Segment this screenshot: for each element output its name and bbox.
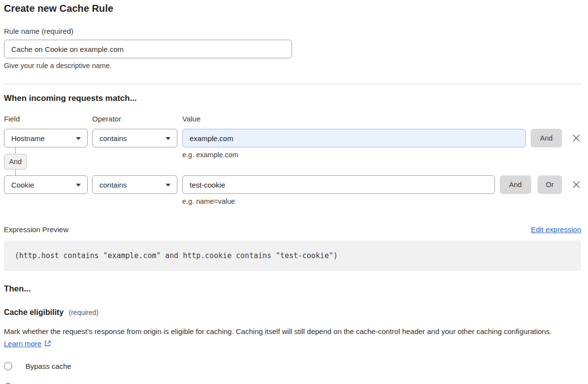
field-select-2-value: Cookie bbox=[11, 181, 34, 189]
and-button-row-1[interactable]: And bbox=[531, 129, 562, 147]
remove-condition-2-button[interactable] bbox=[571, 180, 581, 190]
then-heading: Then... bbox=[4, 284, 581, 294]
or-button-row-2[interactable]: Or bbox=[538, 175, 562, 194]
page-title: Create new Cache Rule bbox=[4, 3, 581, 14]
condition-row-2: Cookie contains And Or bbox=[4, 175, 581, 194]
value-input-2[interactable] bbox=[182, 175, 495, 194]
connector-line bbox=[15, 169, 16, 175]
operator-select-1[interactable]: contains bbox=[92, 129, 177, 147]
operator-select-2-value: contains bbox=[99, 181, 127, 189]
radio-option-bypass-cache[interactable]: Bypass cache bbox=[4, 361, 581, 371]
cache-eligibility-heading: Cache eligibility (required) bbox=[4, 308, 581, 317]
edit-expression-link[interactable]: Edit expression bbox=[531, 225, 581, 234]
radio-label: Bypass cache bbox=[25, 362, 71, 370]
field-column-label: Field bbox=[4, 115, 92, 123]
field-select-2[interactable]: Cookie bbox=[4, 175, 88, 194]
connector-line bbox=[15, 147, 16, 154]
chevron-down-icon bbox=[76, 184, 81, 187]
close-icon bbox=[571, 133, 581, 143]
learn-more-link[interactable]: Learn more bbox=[4, 339, 42, 348]
operator-select-1-value: contains bbox=[99, 134, 127, 143]
close-icon bbox=[571, 180, 581, 190]
chevron-down-icon bbox=[166, 137, 171, 140]
expression-preview-label: Expression Preview bbox=[4, 225, 69, 234]
field-select-1-value: Hostname bbox=[11, 134, 45, 143]
condition-row-1: Hostname contains And bbox=[4, 129, 581, 147]
field-select-1[interactable]: Hostname bbox=[4, 129, 88, 147]
value-hint-1: e.g. example.com bbox=[182, 151, 238, 159]
radio-option-eligible-for-cache[interactable]: Eligible for cache bbox=[4, 382, 581, 384]
required-note: (required) bbox=[69, 309, 98, 316]
connector-and-button[interactable]: And bbox=[4, 154, 27, 169]
create-cache-rule-form: Create new Cache Rule Rule name (require… bbox=[0, 0, 588, 384]
match-heading: When incoming requests match... bbox=[4, 94, 581, 103]
condition-connector-area: e.g. example.com And bbox=[4, 147, 581, 175]
value-input-1[interactable] bbox=[182, 129, 526, 147]
description-text: Mark whether the request’s response from… bbox=[4, 327, 552, 336]
connector: And bbox=[4, 147, 27, 175]
rule-name-input[interactable] bbox=[4, 40, 292, 58]
rule-name-label: Rule name (required) bbox=[4, 27, 581, 35]
operator-select-2[interactable]: contains bbox=[92, 175, 177, 194]
radio-icon-unselected[interactable] bbox=[4, 362, 12, 370]
expression-header: Expression Preview Edit expression bbox=[4, 225, 581, 234]
value-column-label: Value bbox=[182, 115, 581, 123]
chevron-down-icon bbox=[166, 184, 171, 187]
operator-column-label: Operator bbox=[92, 115, 182, 123]
value-hint-2: e.g. name=value bbox=[182, 197, 581, 205]
and-button-row-2[interactable]: And bbox=[500, 175, 531, 194]
cache-eligibility-description: Mark whether the request’s response from… bbox=[4, 325, 555, 350]
rule-name-helper: Give your rule a descriptive name. bbox=[4, 62, 581, 70]
chevron-down-icon bbox=[76, 137, 81, 140]
section-divider bbox=[4, 84, 581, 84]
remove-condition-1-button[interactable] bbox=[571, 133, 581, 144]
external-link-icon bbox=[44, 340, 51, 347]
expression-code-block: (http.host contains "example.com" and ht… bbox=[4, 240, 581, 271]
condition-column-labels: Field Operator Value bbox=[4, 115, 581, 123]
cache-eligibility-title: Cache eligibility bbox=[4, 308, 64, 316]
